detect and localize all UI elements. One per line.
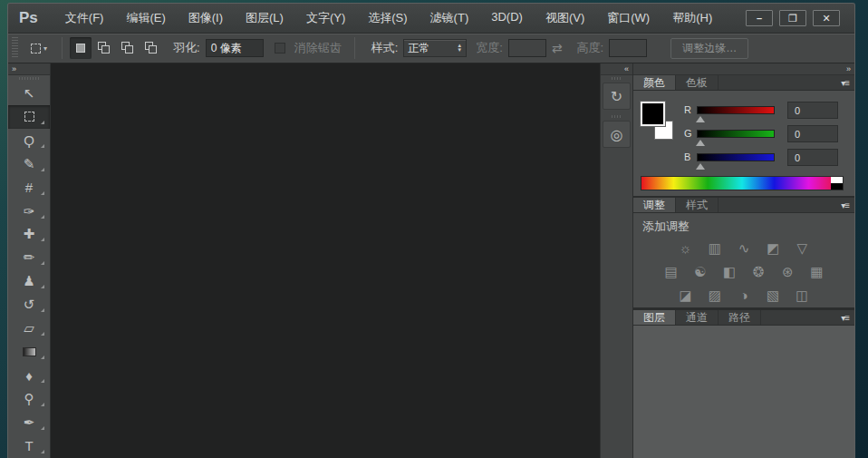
tab-swatches[interactable]: 色板 (676, 75, 719, 90)
style-dropdown[interactable]: 正常 ▲▼ (403, 39, 467, 57)
panel-menu-icon[interactable]: ▾≡ (841, 313, 849, 323)
crop-tool[interactable]: # (8, 176, 50, 200)
add-selection-icon (101, 45, 110, 54)
gradient-map-icon[interactable]: ▧ (763, 287, 783, 304)
panel-menu-icon[interactable]: ▾≡ (841, 78, 849, 88)
pen-tool[interactable]: ✒ (8, 411, 50, 434)
menu-type[interactable]: 文字(Y) (306, 10, 345, 26)
invert-icon[interactable]: ◪ (676, 287, 696, 304)
subtract-from-selection-button[interactable] (117, 37, 139, 59)
tab-layers[interactable]: 图层 (633, 310, 676, 325)
width-label: 宽度: (476, 40, 503, 56)
width-input[interactable] (508, 39, 546, 57)
blue-slider-thumb[interactable] (696, 163, 705, 170)
menu-layer[interactable]: 图层(L) (246, 10, 284, 26)
threshold-icon[interactable]: ◑ (734, 287, 754, 304)
black-white-icon[interactable]: ◧ (719, 264, 739, 280)
quick-selection-tool[interactable]: ✎ (8, 152, 50, 176)
menu-view[interactable]: 视图(V) (545, 10, 584, 26)
refine-edge-button[interactable]: 调整边缘… (670, 38, 748, 59)
dodge-tool[interactable]: ⚲ (8, 387, 50, 411)
feather-input[interactable] (206, 39, 264, 57)
dock-gripper[interactable] (612, 77, 622, 80)
tab-adjustments[interactable]: 调整 (633, 198, 676, 212)
intersect-selection-button[interactable] (140, 37, 162, 59)
add-to-selection-button[interactable] (93, 37, 115, 59)
color-lookup-icon[interactable]: ▦ (806, 264, 826, 280)
black-swatch[interactable] (831, 183, 843, 190)
antialias-checkbox[interactable] (275, 43, 285, 54)
red-value-field[interactable]: 0 (787, 102, 838, 119)
red-slider-thumb[interactable] (696, 116, 705, 122)
lasso-tool[interactable]: Ϙ (8, 129, 50, 152)
menu-select[interactable]: 选择(S) (368, 10, 407, 26)
panels-collapse-button[interactable]: » (633, 63, 854, 75)
new-selection-button[interactable] (70, 37, 92, 59)
eyedropper-icon: ✑ (24, 203, 35, 219)
photo-filter-icon[interactable]: ❂ (748, 264, 768, 280)
menu-edit[interactable]: 编辑(E) (126, 10, 165, 26)
spot-healing-brush-tool[interactable]: ✚ (8, 223, 50, 247)
properties-panel-button[interactable]: ◎ (603, 121, 631, 148)
green-slider-row: G 0 (684, 122, 838, 145)
move-icon: ↖ (24, 85, 35, 102)
levels-icon[interactable]: ▥ (705, 240, 725, 257)
selective-color-icon[interactable]: ◫ (792, 287, 812, 304)
tab-color[interactable]: 颜色 (633, 75, 676, 90)
main-area: » ↖ Ϙ ✎ # ✑ ✚ ✏ ♟ ↺ ▱ ♦ ⚲ ✒ T « ↻ ◎ (8, 63, 854, 458)
move-tool[interactable]: ↖ (8, 82, 50, 105)
blur-tool[interactable]: ♦ (8, 364, 50, 387)
properties-panel-icon: ◎ (611, 126, 623, 143)
panel-menu-icon[interactable]: ▾≡ (841, 200, 849, 210)
minimize-button[interactable]: – (746, 10, 773, 26)
rectangular-marquee-tool[interactable] (8, 105, 50, 129)
curves-icon[interactable]: ∿ (734, 240, 754, 257)
toolbar-gripper[interactable] (19, 77, 39, 80)
height-input[interactable] (609, 39, 647, 57)
intersect-selection-icon (149, 45, 157, 54)
clone-stamp-tool[interactable]: ♟ (8, 269, 50, 293)
eraser-tool[interactable]: ▱ (8, 317, 50, 340)
hue-saturation-icon[interactable]: ▤ (661, 264, 681, 280)
tool-preset-picker[interactable]: ▾ (24, 37, 54, 59)
history-brush-tool[interactable]: ↺ (8, 293, 50, 317)
menu-file[interactable]: 文件(F) (65, 10, 104, 26)
type-tool[interactable]: T (8, 434, 50, 458)
tab-styles[interactable]: 样式 (676, 198, 719, 212)
posterize-icon[interactable]: ▨ (705, 287, 725, 304)
color-spectrum-ramp[interactable] (641, 176, 844, 190)
close-button[interactable]: ✕ (813, 10, 840, 26)
options-bar-gripper[interactable] (12, 37, 18, 59)
color-balance-icon[interactable]: ☯ (690, 264, 710, 280)
green-slider-thumb[interactable] (696, 140, 705, 146)
dock-gripper[interactable] (612, 115, 622, 118)
blue-slider-track[interactable] (697, 153, 775, 161)
menu-filter[interactable]: 滤镜(T) (430, 10, 469, 26)
tab-paths[interactable]: 路径 (719, 310, 761, 325)
exposure-icon[interactable]: ◩ (763, 240, 783, 257)
collapsed-panel-dock: « ↻ ◎ (600, 63, 633, 458)
vibrance-icon[interactable]: ▽ (792, 240, 812, 257)
tab-channels[interactable]: 通道 (676, 310, 719, 325)
green-value-field[interactable]: 0 (787, 125, 838, 142)
quick-selection-icon: ✎ (24, 156, 35, 172)
maximize-button[interactable]: ❐ (779, 10, 806, 26)
swap-dimensions-icon[interactable]: ⇄ (552, 41, 563, 55)
red-slider-track[interactable] (697, 106, 775, 114)
menu-window[interactable]: 窗口(W) (607, 10, 650, 26)
foreground-color-swatch[interactable] (641, 102, 665, 126)
gradient-tool[interactable] (8, 340, 50, 364)
menu-help[interactable]: 帮助(H) (672, 10, 712, 26)
brightness-contrast-icon[interactable]: ☼ (676, 240, 696, 257)
blue-value-field[interactable]: 0 (787, 149, 838, 166)
brush-tool[interactable]: ✏ (8, 246, 50, 269)
history-panel-button[interactable]: ↻ (603, 83, 631, 110)
menu-3d[interactable]: 3D(D) (491, 10, 523, 26)
eyedropper-tool[interactable]: ✑ (8, 200, 50, 223)
dock-collapse-button[interactable]: « (601, 63, 632, 75)
green-slider-track[interactable] (697, 130, 775, 138)
channel-mixer-icon[interactable]: ⊛ (777, 264, 797, 280)
toolbar-collapse-button[interactable]: » (8, 63, 50, 75)
menu-image[interactable]: 图像(I) (188, 10, 223, 26)
white-swatch[interactable] (831, 177, 843, 183)
